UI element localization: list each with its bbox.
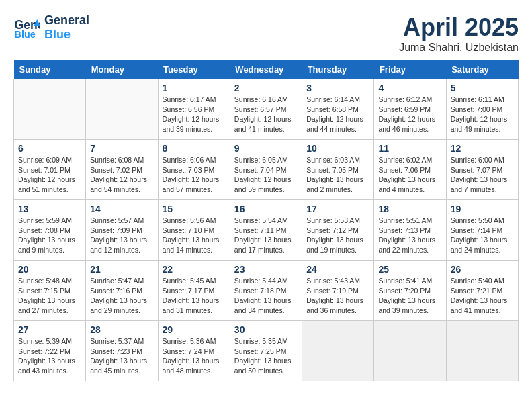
day-info: Sunrise: 5:53 AM Sunset: 7:12 PM Dayligh…	[306, 216, 369, 255]
day-info: Sunrise: 6:08 AM Sunset: 7:02 PM Dayligh…	[90, 155, 153, 195]
day-number: 27	[18, 324, 81, 335]
day-info: Sunrise: 6:00 AM Sunset: 7:07 PM Dayligh…	[451, 155, 514, 195]
calendar-week-row: 1Sunrise: 6:17 AM Sunset: 6:56 PM Daylig…	[14, 79, 519, 140]
month-title: April 2025	[399, 13, 519, 42]
day-number: 9	[234, 143, 298, 154]
calendar-cell: 26Sunrise: 5:40 AM Sunset: 7:21 PM Dayli…	[446, 261, 518, 321]
day-info: Sunrise: 6:09 AM Sunset: 7:01 PM Dayligh…	[18, 155, 81, 195]
page-header: General Blue General Blue April 2025 Jum…	[13, 13, 519, 54]
calendar-week-row: 20Sunrise: 5:48 AM Sunset: 7:15 PM Dayli…	[14, 261, 519, 321]
weekday-header: Wednesday	[230, 60, 302, 79]
weekday-header: Friday	[374, 60, 446, 79]
day-info: Sunrise: 6:03 AM Sunset: 7:05 PM Dayligh…	[306, 155, 369, 195]
weekday-header: Thursday	[302, 60, 374, 79]
day-info: Sunrise: 5:50 AM Sunset: 7:14 PM Dayligh…	[451, 216, 514, 255]
day-number: 24	[306, 264, 369, 275]
calendar-cell: 20Sunrise: 5:48 AM Sunset: 7:15 PM Dayli…	[14, 261, 86, 321]
day-info: Sunrise: 5:56 AM Sunset: 7:10 PM Dayligh…	[163, 216, 226, 255]
calendar-cell: 16Sunrise: 5:54 AM Sunset: 7:11 PM Dayli…	[230, 200, 302, 261]
calendar-week-row: 27Sunrise: 5:39 AM Sunset: 7:22 PM Dayli…	[14, 321, 519, 381]
day-number: 29	[163, 324, 226, 335]
day-number: 6	[18, 143, 81, 154]
day-number: 15	[163, 203, 226, 214]
day-number: 11	[378, 143, 441, 154]
day-info: Sunrise: 6:11 AM Sunset: 7:00 PM Dayligh…	[451, 95, 514, 134]
day-info: Sunrise: 6:17 AM Sunset: 6:56 PM Dayligh…	[163, 95, 226, 134]
calendar-cell: 1Sunrise: 6:17 AM Sunset: 6:56 PM Daylig…	[158, 79, 230, 140]
calendar-cell: 2Sunrise: 6:16 AM Sunset: 6:57 PM Daylig…	[230, 79, 302, 140]
day-info: Sunrise: 5:37 AM Sunset: 7:23 PM Dayligh…	[90, 336, 153, 376]
day-number: 13	[18, 203, 81, 214]
calendar-cell: 24Sunrise: 5:43 AM Sunset: 7:19 PM Dayli…	[302, 261, 374, 321]
calendar-cell: 9Sunrise: 6:05 AM Sunset: 7:04 PM Daylig…	[230, 140, 302, 200]
calendar-table: SundayMondayTuesdayWednesdayThursdayFrid…	[13, 60, 519, 381]
calendar-cell: 13Sunrise: 5:59 AM Sunset: 7:08 PM Dayli…	[14, 200, 86, 261]
calendar-cell: 17Sunrise: 5:53 AM Sunset: 7:12 PM Dayli…	[302, 200, 374, 261]
day-info: Sunrise: 5:41 AM Sunset: 7:20 PM Dayligh…	[378, 276, 441, 316]
day-number: 10	[306, 143, 369, 154]
weekday-header: Tuesday	[158, 60, 230, 79]
day-info: Sunrise: 6:06 AM Sunset: 7:03 PM Dayligh…	[163, 155, 226, 195]
title-block: April 2025 Juma Shahri, Uzbekistan	[399, 13, 519, 54]
weekday-header: Sunday	[14, 60, 86, 79]
day-number: 16	[234, 203, 298, 214]
logo-blue: Blue	[44, 28, 89, 42]
calendar-week-row: 13Sunrise: 5:59 AM Sunset: 7:08 PM Dayli…	[14, 200, 519, 261]
day-info: Sunrise: 5:35 AM Sunset: 7:25 PM Dayligh…	[234, 336, 298, 376]
day-info: Sunrise: 5:57 AM Sunset: 7:09 PM Dayligh…	[90, 216, 153, 255]
day-info: Sunrise: 5:59 AM Sunset: 7:08 PM Dayligh…	[18, 216, 81, 255]
calendar-cell	[302, 321, 374, 381]
day-info: Sunrise: 5:47 AM Sunset: 7:16 PM Dayligh…	[90, 276, 153, 316]
day-number: 21	[90, 264, 153, 275]
calendar-cell: 19Sunrise: 5:50 AM Sunset: 7:14 PM Dayli…	[446, 200, 518, 261]
day-number: 12	[451, 143, 514, 154]
day-info: Sunrise: 6:12 AM Sunset: 6:59 PM Dayligh…	[378, 95, 441, 134]
calendar-cell: 29Sunrise: 5:36 AM Sunset: 7:24 PM Dayli…	[158, 321, 230, 381]
calendar-cell: 6Sunrise: 6:09 AM Sunset: 7:01 PM Daylig…	[14, 140, 86, 200]
calendar-cell	[86, 79, 158, 140]
day-number: 7	[90, 143, 153, 154]
day-number: 3	[306, 83, 369, 93]
logo-general: General	[44, 13, 89, 28]
weekday-header-row: SundayMondayTuesdayWednesdayThursdayFrid…	[14, 60, 519, 79]
calendar-cell	[14, 79, 86, 140]
calendar-cell: 23Sunrise: 5:44 AM Sunset: 7:18 PM Dayli…	[230, 261, 302, 321]
calendar-cell: 21Sunrise: 5:47 AM Sunset: 7:16 PM Dayli…	[86, 261, 158, 321]
calendar-cell: 8Sunrise: 6:06 AM Sunset: 7:03 PM Daylig…	[158, 140, 230, 200]
day-number: 25	[378, 264, 441, 275]
calendar-cell: 15Sunrise: 5:56 AM Sunset: 7:10 PM Dayli…	[158, 200, 230, 261]
day-number: 5	[451, 83, 514, 93]
calendar-cell: 30Sunrise: 5:35 AM Sunset: 7:25 PM Dayli…	[230, 321, 302, 381]
calendar-cell: 7Sunrise: 6:08 AM Sunset: 7:02 PM Daylig…	[86, 140, 158, 200]
day-number: 17	[306, 203, 369, 214]
day-info: Sunrise: 5:44 AM Sunset: 7:18 PM Dayligh…	[234, 276, 298, 316]
day-info: Sunrise: 5:51 AM Sunset: 7:13 PM Dayligh…	[378, 216, 441, 255]
day-number: 23	[234, 264, 298, 275]
calendar-cell: 28Sunrise: 5:37 AM Sunset: 7:23 PM Dayli…	[86, 321, 158, 381]
weekday-header: Saturday	[446, 60, 518, 79]
day-info: Sunrise: 6:16 AM Sunset: 6:57 PM Dayligh…	[234, 95, 298, 134]
calendar-week-row: 6Sunrise: 6:09 AM Sunset: 7:01 PM Daylig…	[14, 140, 519, 200]
calendar-cell: 22Sunrise: 5:45 AM Sunset: 7:17 PM Dayli…	[158, 261, 230, 321]
calendar-cell: 5Sunrise: 6:11 AM Sunset: 7:00 PM Daylig…	[446, 79, 518, 140]
day-number: 4	[378, 83, 441, 93]
day-info: Sunrise: 6:05 AM Sunset: 7:04 PM Dayligh…	[234, 155, 298, 195]
day-number: 30	[234, 324, 298, 335]
day-info: Sunrise: 5:39 AM Sunset: 7:22 PM Dayligh…	[18, 336, 81, 376]
calendar-cell: 4Sunrise: 6:12 AM Sunset: 6:59 PM Daylig…	[374, 79, 446, 140]
day-number: 14	[90, 203, 153, 214]
location: Juma Shahri, Uzbekistan	[399, 42, 519, 54]
day-info: Sunrise: 5:43 AM Sunset: 7:19 PM Dayligh…	[306, 276, 369, 316]
day-number: 22	[163, 264, 226, 275]
day-number: 28	[90, 324, 153, 335]
day-number: 2	[234, 83, 298, 93]
day-info: Sunrise: 5:40 AM Sunset: 7:21 PM Dayligh…	[451, 276, 514, 316]
calendar-cell: 18Sunrise: 5:51 AM Sunset: 7:13 PM Dayli…	[374, 200, 446, 261]
calendar-cell	[374, 321, 446, 381]
day-info: Sunrise: 6:14 AM Sunset: 6:58 PM Dayligh…	[306, 95, 369, 134]
day-number: 26	[451, 264, 514, 275]
calendar-cell: 11Sunrise: 6:02 AM Sunset: 7:06 PM Dayli…	[374, 140, 446, 200]
calendar-cell: 27Sunrise: 5:39 AM Sunset: 7:22 PM Dayli…	[14, 321, 86, 381]
calendar-cell: 14Sunrise: 5:57 AM Sunset: 7:09 PM Dayli…	[86, 200, 158, 261]
day-number: 8	[163, 143, 226, 154]
